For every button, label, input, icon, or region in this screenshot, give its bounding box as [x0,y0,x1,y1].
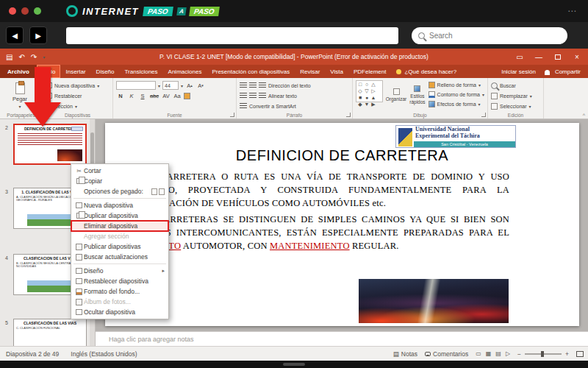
shape-diamond-fill-icon[interactable]: ◆ [357,102,363,107]
align-center-icon[interactable] [249,93,257,99]
zoom-slider[interactable] [525,353,562,355]
maximize-icon[interactable] [548,49,567,65]
font-color-icon[interactable] [184,93,190,99]
comments-toggle[interactable]: Comentarios [425,350,468,358]
zoom-out-icon[interactable]: − [517,350,521,358]
search-input[interactable] [429,32,561,40]
shrink-font-button[interactable]: A [196,81,205,90]
menu-item-duplicar-diapositiva[interactable]: Duplicar diapositiva [71,210,168,221]
share-button[interactable]: Compartir [545,68,581,75]
shape-circle-fill-icon[interactable]: ● [364,95,370,101]
fit-to-window-icon[interactable] [576,351,584,357]
slide-body-text[interactable]: • UNA CARRETERA O RUTA ES UNA VÍA DE TRA… [123,170,509,255]
search-box[interactable] [412,27,567,44]
shape-tri-down-icon[interactable]: ▽ [364,88,370,94]
menu-item-eliminar-diapositiva[interactable]: Eliminar diapositiva [71,221,168,231]
address-bar[interactable] [66,27,398,44]
back-button[interactable]: ◀ [6,26,24,44]
notes-toggle[interactable]: ▤ Notas [393,350,417,358]
text-direction-button[interactable]: Dirección del texto [268,83,311,88]
slide-title[interactable]: DEFINICION DE CARRETERA [105,147,579,164]
menu-item-nueva-diapositiva[interactable]: Nueva diapositiva [71,200,168,210]
arrange-button[interactable]: Organizar [386,80,407,110]
mantenimiento-link[interactable]: MANTENIMIENTO [270,241,350,251]
slide-sorter-view-icon[interactable]: ▦ [486,350,492,357]
underline-button[interactable]: S [138,91,147,100]
shape-diamond-icon[interactable]: ◇ [357,88,363,94]
forward-button[interactable]: ▶ [29,26,47,44]
tab-diseno[interactable]: Diseño [91,65,120,78]
undo-icon[interactable]: ↶ [18,53,24,61]
slide-thumbnail-2[interactable]: DEFINICION DE CARRETERA [13,124,87,165]
zoom-window-dot[interactable] [34,7,41,15]
strikethrough-button[interactable]: abc [149,91,159,100]
shape-effects-button[interactable]: Efectos de forma ▾ [429,99,484,109]
columns-icon[interactable] [240,103,247,109]
quick-styles-button[interactable]: Estilos rápidos [409,80,425,110]
character-spacing-button[interactable]: AV [162,91,171,100]
current-slide[interactable]: Universidad Nacional Experimental del Tá… [105,123,579,326]
font-name-select[interactable] [116,81,156,90]
close-icon[interactable]: × [567,49,587,65]
shapes-gallery[interactable]: □ ○ △ ◇ ▽ ▷ ■ ● ▲ ◆ ▼ ▶ [356,80,383,102]
qat-customize-icon[interactable]: ▾ [43,54,45,60]
menu-item-album-de-fotos[interactable]: Álbum de fotos... [71,297,168,307]
tab-transiciones[interactable]: Transiciones [120,65,163,78]
menu-item-cortar[interactable]: ✂ Cortar [71,166,168,176]
menu-item-buscar-actualizaciones[interactable]: Buscar actualizaciones [71,252,168,262]
notes-pane[interactable]: Haga clic para agregar notas [96,331,588,346]
zoom-in-icon[interactable]: + [565,350,569,358]
menu-item-publicar-diapositivas[interactable]: Publicar diapositivas [71,241,168,252]
shape-triangle-icon[interactable]: △ [370,82,376,88]
slideshow-view-icon[interactable]: ▷ [506,350,510,357]
collapse-ribbon-icon[interactable]: ^ [583,113,585,118]
align-left-icon[interactable] [240,93,247,99]
highway-night-photo[interactable] [359,279,509,323]
close-window-dot[interactable] [9,7,16,15]
bold-button[interactable]: N [116,91,125,100]
reading-view-icon[interactable]: ▤ [495,350,501,357]
paste-options-icons[interactable] [151,188,165,195]
menu-item-diseno[interactable]: Diseño ▸ [71,266,168,276]
menu-item-restablecer-diapositiva[interactable]: Restablecer diapositiva [71,276,168,286]
shape-circle-icon[interactable]: ○ [364,82,370,88]
shape-triangle-fill-icon[interactable]: ▲ [370,95,376,101]
menu-item-agregar-seccion[interactable]: Agregar sección [71,231,168,241]
tab-insertar[interactable]: Insertar [60,65,90,78]
numbering-icon[interactable] [249,82,257,88]
shape-rect-fill-icon[interactable]: ■ [357,95,363,101]
shape-tri-down-fill-icon[interactable]: ▼ [364,102,370,107]
shape-rect-icon[interactable]: □ [357,82,363,88]
tab-vista[interactable]: Vista [325,65,348,78]
menu-item-ocultar-diapositiva[interactable]: Ocultar diapositiva [71,307,168,317]
sign-in-link[interactable]: Iniciar sesión [501,68,536,75]
align-right-icon[interactable] [259,93,266,99]
replace-button[interactable]: Reemplazar ▾ [491,91,540,101]
find-button[interactable]: Buscar [491,80,540,91]
tab-animaciones[interactable]: Animaciones [163,65,207,78]
tab-presentacion[interactable]: Presentación con diapositivas [207,65,295,78]
tab-tell-me[interactable]: ¿Qué desea hacer? [391,65,462,78]
shape-arrow-fill-icon[interactable]: ▶ [370,102,376,107]
menu-item-copiar[interactable]: Copiar [71,176,168,186]
change-case-button[interactable]: Aa [173,91,182,100]
language-status[interactable]: Inglés (Estados Unidos) [71,350,137,358]
ribbon-display-options-icon[interactable]: ▭ [510,49,529,65]
shape-outline-button[interactable]: Contorno de forma ▾ [429,90,484,99]
menu-item-formato-del-fondo[interactable]: Formato del fondo... [71,286,168,297]
menu-item-opciones-de-pegado[interactable]: Opciones de pegado: [71,186,168,197]
redo-icon[interactable]: ↷ [31,53,37,61]
italic-button[interactable]: K [127,91,136,100]
minimize-window-dot[interactable] [21,7,29,15]
normal-view-icon[interactable]: ▭ [476,350,481,357]
font-size-select[interactable]: 44 [162,81,179,90]
grow-font-button[interactable]: A [185,81,194,90]
shape-arrow-icon[interactable]: ▷ [370,88,376,94]
indent-icon[interactable] [259,82,266,88]
align-text-button[interactable]: Alinear texto [268,93,297,99]
save-icon[interactable]: ▤ [6,53,12,61]
tab-revisar[interactable]: Revisar [295,65,325,78]
bullets-icon[interactable] [240,82,247,88]
select-button[interactable]: Seleccionar ▾ [491,101,540,111]
minimize-icon[interactable]: — [529,49,548,65]
